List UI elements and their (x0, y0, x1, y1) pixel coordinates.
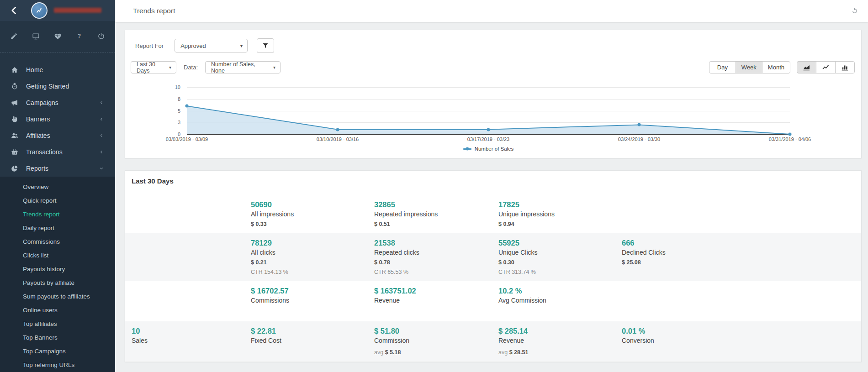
stat-ctr: CTR 154.13 % (251, 268, 374, 276)
stat-revenue: $ 163751.02Revenue (374, 287, 498, 307)
x-axis-labels: 03/03/2019 - 03/0903/10/2019 - 03/1603/1… (187, 136, 790, 144)
sidebar-item-home[interactable]: Home (0, 62, 115, 78)
sidebar-subitem-daily-report[interactable]: Daily report (0, 221, 115, 235)
sidebar-item-label: Transactions (26, 148, 91, 156)
stat-label: All clicks (251, 248, 374, 257)
legend-marker-icon (463, 148, 471, 150)
stopwatch-icon (10, 83, 19, 90)
stat-label: Repeated impressions (374, 210, 498, 218)
sidebar-item-transactions[interactable]: Transactions (0, 144, 115, 160)
sidebar-subitem-online-users[interactable]: Online users (0, 304, 115, 317)
stat-unique-clicks: 55925Unique Clicks$ 0.30CTR 313.74 % (498, 239, 622, 276)
sidebar-item-label: Affiliates (26, 132, 91, 139)
basket-icon (10, 148, 19, 156)
sidebar-subitem-quick-report[interactable]: Quick report (0, 194, 115, 208)
date-range-select[interactable]: Last 30 Days ▾ (131, 61, 176, 73)
y-tick-label: 5 (178, 108, 180, 114)
sidebar-subitem-commissions[interactable]: Commissions (0, 235, 115, 249)
sidebar-subitem-top-banners[interactable]: Top Banners (0, 331, 115, 345)
sidebar-subitem-overview[interactable]: Overview (0, 180, 115, 194)
content-area: Report For Approved ▾ Last 30 Days ▾ (115, 22, 868, 372)
stats-row-3: $ 16702.57Commissions$ 163751.02Revenue1… (125, 281, 861, 321)
sidebar-item-campaigns[interactable]: Campaigns (0, 94, 115, 111)
back-icon[interactable] (9, 5, 19, 16)
stat-label: Conversion (622, 336, 861, 345)
hand-pointer-icon (10, 115, 19, 123)
sidebar-item-banners[interactable]: Banners (0, 111, 115, 127)
sidebar-subitem-trends-report[interactable]: Trends report (0, 208, 115, 221)
sidebar-subitem-top-affiliates[interactable]: Top affiliates (0, 317, 115, 331)
sidebar-submenu: OverviewQuick reportTrends reportDaily r… (0, 177, 115, 372)
line-chart-icon (822, 64, 830, 71)
x-tick-label: 03/10/2019 - 03/16 (317, 136, 359, 142)
brand-name-redacted (54, 8, 101, 13)
chart-type-toggle (797, 61, 855, 73)
stat-value: 10.2 % (498, 287, 622, 295)
stat-value: 0.01 % (622, 327, 861, 335)
sidebar-subitem-top-campaigns[interactable]: Top Campaigns (0, 345, 115, 358)
monitor-icon[interactable] (32, 32, 40, 40)
power-icon[interactable] (97, 32, 105, 40)
stat-label: Repeated clicks (374, 248, 498, 257)
stat-money: $ 0.51 (374, 220, 498, 228)
stat-label: Revenue (374, 296, 498, 304)
sidebar-item-affiliates[interactable]: Affiliates (0, 127, 115, 144)
stat-value: $ 163751.02 (374, 287, 498, 295)
stat-label: Commissions (251, 296, 374, 304)
week-button[interactable]: Week (736, 61, 762, 73)
stat-declined-clicks: 666Declined Clicks$ 25.08 (622, 239, 861, 276)
stat-value: $ 51.80 (374, 327, 498, 335)
chart-card: Report For Approved ▾ Last 30 Days ▾ (125, 30, 862, 158)
area-chart-button[interactable] (797, 61, 816, 73)
sidebar-subitem-top-referring-urls[interactable]: Top referring URLs (0, 358, 115, 372)
question-icon[interactable]: ? (75, 32, 83, 40)
stat-label: Revenue (498, 336, 622, 345)
app-root: ? HomeGetting StartedCampaignsBannersAff… (0, 0, 868, 372)
stat-cell-empty (132, 287, 251, 307)
month-button[interactable]: Month (762, 61, 790, 73)
data-select[interactable]: Number of Sales, None ▾ (205, 61, 281, 73)
chevron-left-icon (99, 133, 104, 138)
sidebar-item-reports[interactable]: Reports (0, 160, 115, 177)
pencil-icon[interactable] (10, 32, 18, 40)
data-point (638, 123, 641, 126)
stat-money: $ 0.33 (251, 220, 374, 228)
stat-value: 10 (132, 327, 251, 335)
refresh-icon[interactable] (851, 7, 859, 15)
stats-row-4: 10Sales$ 22.81Fixed Cost$ 51.80Commissio… (125, 321, 861, 361)
stat-label: Fixed Cost (251, 336, 374, 345)
chart-controls-row: Last 30 Days ▾ Data: Number of Sales, No… (131, 61, 855, 73)
sidebar-item-getting-started[interactable]: Getting Started (0, 78, 115, 94)
stat-ctr: CTR 65.53 % (374, 268, 498, 276)
bar-chart-button[interactable] (835, 61, 855, 73)
page-header: Trends report (115, 0, 868, 22)
stat-value: $ 285.14 (498, 327, 622, 335)
sidebar-item-label: Reports (26, 165, 91, 172)
stat-all-impressions: 50690All impressions$ 0.33 (251, 200, 374, 228)
stat-sales: 10Sales (132, 327, 251, 356)
stat-value: 17825 (498, 200, 622, 209)
heart-pulse-icon[interactable] (54, 32, 62, 40)
stat-all-clicks: 78129All clicks$ 0.21CTR 154.13 % (251, 239, 374, 276)
x-axis-line (187, 134, 790, 135)
filter-button[interactable] (257, 38, 274, 53)
data-point (789, 133, 792, 136)
sidebar-subitem-payouts-by-affiliate[interactable]: Payouts by affiliate (0, 276, 115, 290)
line-chart-button[interactable] (816, 61, 836, 73)
sidebar-subitem-clicks-list[interactable]: Clicks list (0, 249, 115, 262)
chart-controls-left: Last 30 Days ▾ Data: Number of Sales, No… (131, 61, 281, 73)
sidebar: ? HomeGetting StartedCampaignsBannersAff… (0, 0, 115, 372)
stat-value: $ 22.81 (251, 327, 374, 335)
report-for-select[interactable]: Approved ▾ (175, 39, 248, 52)
main-column: Trends report Report For Approved ▾ (115, 0, 868, 372)
stat-money: $ 0.78 (374, 259, 498, 266)
chevron-left-icon (99, 149, 104, 155)
stat-label: All impressions (251, 210, 374, 218)
stat-value: $ 16702.57 (251, 287, 374, 295)
sidebar-toolbar: ? (0, 21, 115, 52)
stats-title: Last 30 Days (125, 177, 861, 185)
sidebar-subitem-payouts-history[interactable]: Payouts history (0, 262, 115, 276)
day-button[interactable]: Day (709, 61, 736, 73)
stat-money: $ 0.94 (498, 220, 622, 228)
sidebar-subitem-sum-payouts-to-affiliates[interactable]: Sum payouts to affiliates (0, 290, 115, 304)
